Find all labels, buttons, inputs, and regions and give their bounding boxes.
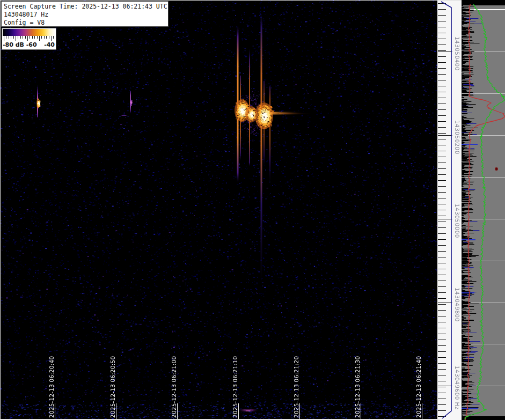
colorbar-label-left: -80 dB -60 [3, 42, 37, 48]
colorbar-gradient [3, 29, 55, 36]
time-label: 2025-12-13 06:20:40 [48, 356, 55, 418]
colorbar-minor-ticks [4, 36, 54, 39]
frequency-label: 143049600 Hz [453, 366, 460, 410]
capture-time-text: Screen Capture Time: 2025-12-13 06:21:43… [4, 3, 166, 11]
spectrogram-screen-capture: 1430504001430502001430500001430498001430… [0, 0, 505, 420]
time-label: 2025-12-13 06:20:50 [109, 356, 116, 418]
spectrum-plot [462, 0, 505, 420]
capture-info-box: Screen Capture Time: 2025-12-13 06:21:43… [1, 1, 169, 27]
time-label: 2025-12-13 06:21:10 [232, 356, 239, 418]
time-label: 2025-12-13 06:21:00 [171, 356, 178, 418]
frequency-label: 143049800 [453, 288, 460, 322]
config-text: Config = V8 [4, 19, 166, 27]
center-frequency-text: 143048017 Hz [4, 11, 166, 19]
colorbar-label-right: -40 [44, 42, 55, 48]
time-label: 2025-12-13 06:21:40 [415, 356, 422, 418]
frequency-label: 143050000 [453, 204, 460, 238]
waterfall-display [0, 0, 438, 420]
colorbar: -80 dB -60 -40 [2, 28, 56, 50]
time-label: 2025-12-13 06:21:30 [354, 356, 361, 418]
frequency-label: 143050400 [453, 36, 460, 71]
window-border-left [0, 0, 1, 420]
time-label: 2025-12-13 06:21:20 [293, 356, 300, 418]
window-border-top [0, 0, 462, 1]
frequency-label: 143050200 [453, 120, 460, 154]
colorbar-ruler [4, 36, 54, 41]
spectrum-panel [462, 0, 505, 420]
